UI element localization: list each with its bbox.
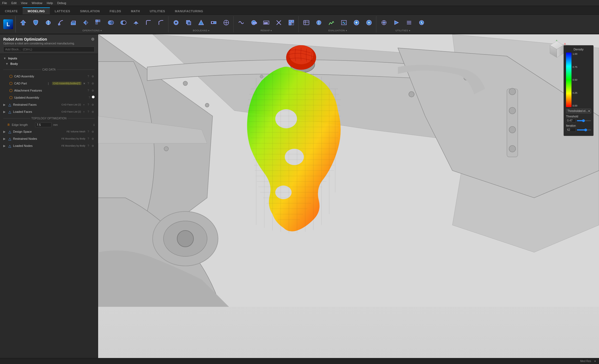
attachment-help[interactable]: ? [86, 89, 90, 92]
restrained-faces-expand[interactable]: ▶ [3, 103, 7, 107]
tool-eval1[interactable] [300, 17, 312, 29]
density-mode-dropdown[interactable]: Thresholded el... ▾ [566, 109, 591, 113]
loaded-faces-add[interactable]: + [82, 110, 86, 114]
loaded-faces-help[interactable]: ? [86, 110, 90, 114]
cad-part-close[interactable]: ✕ [83, 82, 85, 85]
restrained-nodes-item[interactable]: ▶ △ Restrained Nodes FE Boundary by Body… [0, 135, 98, 142]
tool-chamfer[interactable] [155, 17, 167, 29]
design-space-expand[interactable]: ▶ [3, 130, 7, 134]
tool-select[interactable] [17, 17, 29, 29]
tab-math[interactable]: MATH [126, 7, 145, 14]
remap-label[interactable]: REMAP ▾ [261, 29, 272, 32]
tool-r2[interactable]: XYZ [248, 17, 260, 29]
loaded-nodes-settings[interactable]: ⚙ [91, 144, 95, 148]
tab-manufacturing[interactable]: MANUFACTURING [170, 7, 208, 14]
loaded-nodes-item[interactable]: ▶ △ Loaded Nodes FE Boundary by Body ? ⚙ [0, 142, 98, 149]
menu-file[interactable]: File [2, 1, 7, 5]
threshold-input[interactable] [566, 119, 576, 123]
tool-eval5[interactable] [350, 17, 362, 29]
tool-revolve[interactable] [42, 17, 54, 29]
updated-assembly-item[interactable]: ⬡ Updated Assembly ? [0, 94, 98, 101]
tool-bool-diff[interactable] [117, 17, 129, 29]
restrained-faces-item[interactable]: ▶ △ Restrained Faces CAD Face List (2) +… [0, 101, 98, 108]
tab-simulation[interactable]: SIMULATION [75, 7, 105, 14]
restrained-nodes-expand[interactable]: ▶ [3, 137, 7, 141]
tool-util2[interactable] [391, 17, 403, 29]
edge-length-info[interactable]: ℹ [93, 123, 95, 126]
tool-push-pull[interactable] [130, 17, 142, 29]
menu-edit[interactable]: Edit [11, 1, 17, 5]
attachment-settings[interactable]: ⚙ [91, 89, 95, 92]
cad-assembly-item[interactable]: ⬡ CAD Assembly ? ⚙ [0, 73, 98, 80]
design-space-help[interactable]: ? [86, 130, 90, 134]
iteration-input[interactable] [566, 128, 576, 132]
restrained-faces-add[interactable]: + [82, 103, 86, 107]
menu-view[interactable]: View [21, 1, 28, 5]
menu-window[interactable]: Window [32, 1, 42, 5]
cad-part-item[interactable]: ⬡ CAD Part | CAD Assembly.bodies[7] ✕ ? … [0, 80, 98, 87]
viewport[interactable]: X Z [98, 34, 599, 358]
tool-extrude[interactable] [67, 17, 79, 29]
panel-settings-icon[interactable]: ⚙ [91, 37, 95, 41]
body-toggle[interactable]: ▼ [5, 62, 9, 65]
tool-eval6[interactable] [363, 17, 375, 29]
tool-loft[interactable] [30, 17, 42, 29]
tool-mirror[interactable] [80, 17, 92, 29]
iteration-slider[interactable] [577, 129, 591, 131]
tool-util4[interactable] [416, 17, 428, 29]
loaded-nodes-expand[interactable]: ▶ [3, 144, 7, 148]
tool-pattern[interactable] [92, 17, 104, 29]
menu-help[interactable]: Help [47, 1, 53, 5]
tool-fillet[interactable] [143, 17, 155, 29]
tab-lattices[interactable]: LATTICES [50, 7, 75, 14]
updated-asm-help[interactable]: ? [87, 96, 91, 99]
tab-fields[interactable]: FIELDS [105, 7, 126, 14]
evaluation-label[interactable]: EVALUATION ▾ [328, 29, 347, 32]
threshold-slider[interactable] [577, 120, 591, 121]
restrained-nodes-settings[interactable]: ⚙ [91, 137, 95, 141]
tab-utilities[interactable]: UTILITIES [145, 7, 170, 14]
tab-modeling[interactable]: MODELING [23, 7, 50, 14]
tool-util3[interactable] [403, 17, 415, 29]
svg-point-97 [509, 88, 516, 95]
tool-r1[interactable] [235, 17, 247, 29]
tool-100[interactable]: 100 [260, 17, 272, 29]
tool-eval2[interactable] [313, 17, 325, 29]
tool-sweep[interactable] [55, 17, 67, 29]
utilities-label[interactable]: UTILITIES ▾ [395, 29, 410, 32]
cad-part-help[interactable]: ? [86, 81, 90, 85]
loaded-nodes-help[interactable]: ? [86, 144, 90, 148]
edge-length-input[interactable] [35, 122, 52, 127]
tool-b4[interactable] [208, 17, 220, 29]
restrained-faces-settings[interactable]: ⚙ [91, 103, 95, 107]
cad-assembly-settings[interactable]: ⚙ [91, 74, 95, 78]
tab-create[interactable]: CREATE [0, 7, 23, 14]
tool-r4[interactable] [273, 17, 285, 29]
design-space-item[interactable]: ▶ △ Design Space FE Volume Mesh ? ⚙ [0, 128, 98, 135]
add-block-input[interactable] [3, 47, 95, 52]
design-space-settings[interactable]: ⚙ [91, 130, 95, 134]
tool-bool-union[interactable] [105, 17, 117, 29]
operations-label[interactable]: OPERATIONS ▾ [83, 29, 102, 32]
tool-b2[interactable] [183, 17, 195, 29]
svg-point-54 [275, 109, 297, 128]
tool-b1[interactable] [170, 17, 182, 29]
tool-util1[interactable] [378, 17, 390, 29]
tool-r5[interactable] [285, 17, 297, 29]
tool-b5[interactable] [220, 17, 232, 29]
restrained-nodes-help[interactable]: ? [86, 137, 90, 141]
loaded-faces-item[interactable]: ▶ △ Loaded Faces CAD Face List (2) + ? ⚙ [0, 108, 98, 115]
inputs-toggle[interactable]: ▼ [3, 57, 7, 60]
loaded-faces-settings[interactable]: ⚙ [91, 110, 95, 114]
booleans-label[interactable]: BOOLEANS ▾ [193, 29, 209, 32]
menu-debug[interactable]: Debug [57, 1, 66, 5]
tool-b3[interactable] [195, 17, 207, 29]
cad-part-settings[interactable]: ⚙ [91, 81, 95, 85]
restrained-faces-help[interactable]: ? [86, 103, 90, 107]
resolution-dropdown[interactable]: ▾ [594, 360, 596, 363]
tool-eval4[interactable] [338, 17, 350, 29]
attachment-features-item[interactable]: ⬡ Attachment Features ? ⚙ [0, 87, 98, 94]
loaded-faces-expand[interactable]: ▶ [3, 110, 7, 114]
tool-eval3[interactable] [325, 17, 337, 29]
cad-assembly-help[interactable]: ? [86, 74, 90, 78]
